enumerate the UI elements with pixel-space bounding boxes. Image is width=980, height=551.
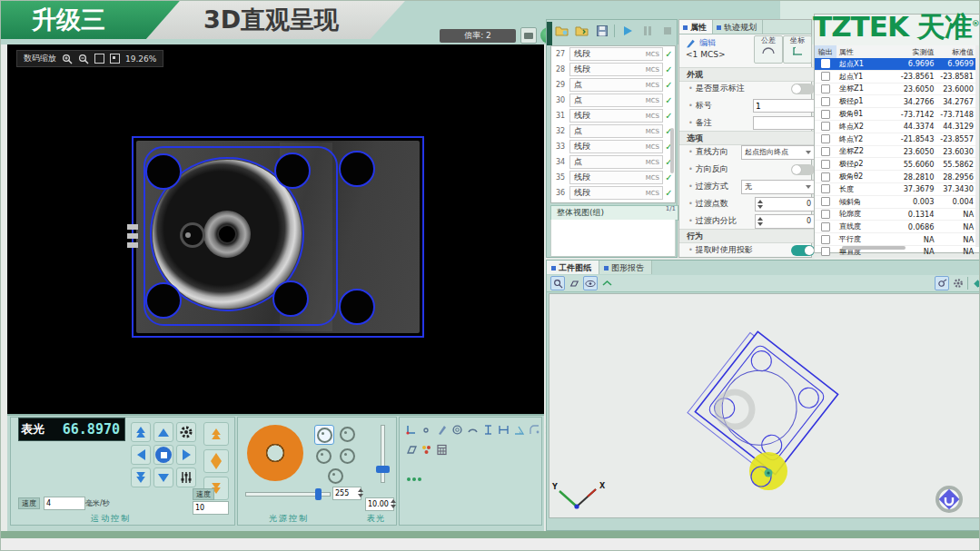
z-home-button[interactable]	[203, 449, 229, 473]
spheres-icon[interactable]	[420, 443, 433, 457]
projection-toggle[interactable]	[791, 245, 815, 256]
output-checkbox[interactable]	[815, 97, 836, 106]
output-checkbox[interactable]	[815, 122, 836, 131]
fillet-icon[interactable]	[528, 423, 541, 437]
table-row[interactable]: 起点X1 6.9696 6.9699	[815, 58, 976, 71]
output-checkbox[interactable]	[815, 235, 836, 244]
calculator-icon[interactable]	[435, 443, 449, 457]
stop-icon[interactable]	[659, 23, 675, 38]
measurement-step-list[interactable]: 27 线段 MCS ✓ 28 线段 MCS ✓	[550, 45, 676, 203]
light-pattern-2-button[interactable]	[338, 425, 356, 443]
jog-up-button[interactable]	[153, 422, 173, 442]
diamond-icon[interactable]	[971, 277, 980, 290]
surface-light-slider[interactable]	[381, 425, 385, 483]
nav-cube-icon[interactable]	[937, 487, 961, 511]
list-item[interactable]: 32 点 MCS ✓	[551, 123, 675, 139]
jog-right-button[interactable]	[176, 445, 196, 465]
slider-thumb[interactable]	[376, 466, 390, 473]
light-pattern-3-button[interactable]	[314, 447, 332, 465]
view-settings-icon[interactable]	[952, 277, 965, 290]
tab-workpiece-drawing[interactable]: 工件图纸	[547, 261, 599, 274]
jog-settings-button[interactable]	[176, 422, 196, 442]
z-up-button[interactable]	[203, 422, 229, 446]
table-row[interactable]: 极径ρ1 34.2766 34.2767	[815, 95, 976, 108]
table-row[interactable]: 轮廓度 0.1314 NA	[815, 209, 976, 221]
magnification-readout[interactable]: 倍率: 2	[440, 29, 516, 43]
plane-view-icon[interactable]	[568, 277, 580, 290]
new-folder-icon[interactable]	[574, 23, 589, 38]
speed2-input[interactable]	[193, 501, 229, 515]
plane-icon[interactable]	[404, 443, 418, 457]
slider-thumb[interactable]	[315, 488, 322, 500]
reverse-toggle[interactable]	[791, 164, 815, 175]
table-row[interactable]: 终点X2 44.3374 44.3129	[815, 121, 976, 133]
list-item[interactable]: 29 点 MCS ✓	[551, 77, 675, 93]
table-row[interactable]: 直线度 0.0686 NA	[815, 221, 976, 233]
list-scrollbar[interactable]	[670, 128, 674, 173]
pen-icon[interactable]	[435, 423, 449, 437]
table-row[interactable]: 极角θ2 28.2810 28.2956	[815, 171, 976, 183]
jog-left-button[interactable]	[131, 445, 151, 465]
table-row[interactable]: 长度 37.3679 37.3430	[815, 183, 976, 196]
light-pattern-1-button[interactable]	[314, 425, 334, 445]
output-checkbox[interactable]	[815, 147, 836, 156]
fit-view-icon[interactable]	[935, 276, 949, 290]
output-checkbox[interactable]	[815, 110, 836, 119]
output-checkbox[interactable]	[815, 59, 836, 68]
list-item[interactable]: 33 线段 MCS ✓	[551, 139, 675, 154]
table-row[interactable]: 倾斜角 0.003 0.004	[815, 196, 976, 209]
table-row[interactable]: 终点Y2 -21.8543 -23.8557	[815, 133, 976, 146]
distance-icon[interactable]	[481, 423, 495, 437]
transition-ratio-stepper[interactable]: 0	[755, 214, 815, 229]
coordinate-icon[interactable]	[404, 423, 418, 437]
output-checkbox[interactable]	[815, 160, 836, 169]
light-value-spinner[interactable]	[358, 487, 365, 498]
eye-icon[interactable]	[583, 276, 598, 290]
output-checkbox[interactable]	[815, 84, 836, 93]
transition-points-stepper[interactable]: 0	[755, 197, 815, 212]
output-checkbox[interactable]	[815, 210, 836, 219]
label-number-input[interactable]	[753, 99, 815, 113]
jog-down-fast-button[interactable]	[131, 467, 151, 487]
tolerance-button[interactable]: 公差	[754, 35, 783, 64]
output-checkbox[interactable]	[815, 72, 836, 81]
remark-input[interactable]	[753, 116, 815, 130]
group-node[interactable]: 整体视图(组) 1/1	[550, 205, 678, 221]
output-checkbox[interactable]	[815, 222, 836, 231]
pause-icon[interactable]	[639, 23, 655, 38]
edit-row[interactable]: 编辑	[686, 37, 716, 49]
region-icon[interactable]	[110, 54, 120, 64]
list-item[interactable]: 30 点 MCS ✓	[551, 93, 675, 108]
table-row[interactable]: 极径ρ2 55.6060 55.5862	[815, 158, 976, 171]
jog-tools-button[interactable]	[176, 467, 196, 487]
table-vscrollbar[interactable]	[975, 45, 980, 247]
output-checkbox[interactable]	[815, 172, 836, 182]
transition-select[interactable]: 无	[741, 180, 815, 194]
output-checkbox[interactable]	[815, 134, 836, 143]
ring-light-icon[interactable]	[247, 425, 303, 481]
jog-stop-button[interactable]	[153, 445, 173, 465]
tab-trajectory[interactable]: 轨迹规划	[713, 20, 763, 34]
table-row[interactable]: 平行度 NA NA	[815, 233, 976, 246]
list-item[interactable]: 27 线段 MCS ✓	[551, 46, 675, 62]
play-icon[interactable]	[619, 23, 635, 38]
zoom-out-icon[interactable]	[78, 54, 89, 64]
list-item[interactable]: 36 线段 MCS ✓	[551, 185, 675, 201]
light-intensity-slider[interactable]	[245, 492, 331, 497]
surface-light-spinner[interactable]	[391, 498, 398, 509]
light-pattern-4-button[interactable]	[338, 447, 356, 465]
point-icon[interactable]	[420, 423, 433, 437]
table-hscrollbar[interactable]	[842, 246, 906, 250]
coordinate-button[interactable]: 坐标	[783, 35, 812, 64]
table-row[interactable]: 坐标Z2 23.6050 23.6030	[815, 146, 976, 159]
jog-up-fast-button[interactable]	[131, 422, 151, 442]
save-icon[interactable]	[594, 23, 609, 38]
output-checkbox[interactable]	[815, 184, 836, 193]
table-row[interactable]: 起点Y1 -23.8561 -23.8581	[815, 71, 976, 84]
open-folder-icon[interactable]	[554, 23, 569, 38]
output-checkbox[interactable]	[815, 247, 836, 256]
line-direction-select[interactable]: 起点指向终点	[741, 145, 815, 160]
cad-viewport[interactable]: Y X	[549, 293, 980, 518]
table-row[interactable]: 极角θ1 -73.7142 -73.7148	[815, 108, 976, 121]
frame-icon[interactable]	[94, 54, 104, 64]
